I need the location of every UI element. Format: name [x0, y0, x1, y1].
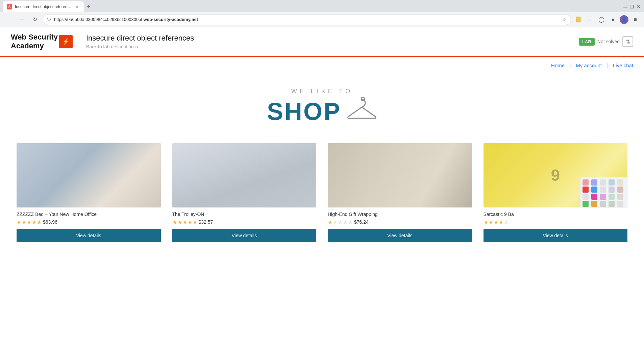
new-tab-button[interactable]: + — [84, 2, 93, 11]
menu-icon[interactable]: ≡ — [630, 15, 640, 24]
header-left: Web Security Academy ⚡ Insecure direct o… — [11, 33, 194, 51]
product-rating: ★★★★★ $76.24 — [328, 219, 472, 225]
minimize-button[interactable]: — — [622, 4, 628, 9]
lab-title: Insecure direct object references — [86, 34, 194, 43]
product-image: 9 — [484, 143, 628, 207]
popup-overlay — [580, 177, 627, 207]
star-icon: ★ — [37, 219, 42, 225]
active-tab[interactable]: S Insecure direct object references × — [3, 1, 84, 12]
stars: ★★★★★ — [328, 219, 353, 225]
flask-icon[interactable]: ⚗ — [622, 36, 633, 47]
reload-button[interactable]: ↻ — [30, 15, 40, 25]
home-link[interactable]: Home — [551, 63, 565, 68]
address-bar[interactable]: 🛡 https://0a6500af0300984cc0293bc1000800… — [43, 14, 571, 25]
lab-status: LAB Not solved ⚗ — [579, 36, 633, 47]
star-icon: ★ — [32, 219, 36, 225]
view-details-button[interactable]: View details — [172, 229, 317, 242]
star-icon: ★ — [27, 219, 31, 225]
product-price: $76.24 — [354, 219, 369, 225]
account-icon[interactable]: ◯ — [597, 15, 606, 24]
lab-badge: LAB — [579, 38, 595, 46]
back-button[interactable]: ← — [4, 15, 14, 25]
shop-hero: WE LIKE TO SHOP — [0, 74, 644, 138]
star-icon: ★ — [328, 219, 332, 225]
profile-icon[interactable]: 👤 — [620, 15, 628, 24]
products-grid: ZZZZZZ Bed – Your New Home Office ★★★★★ … — [0, 138, 644, 248]
hero-title: SHOP — [0, 96, 644, 127]
product-price: $32.57 — [199, 219, 213, 225]
product-image — [172, 143, 317, 207]
star-icon: ★ — [182, 219, 187, 225]
not-solved-label: Not solved — [597, 39, 620, 44]
star-icon: ★ — [17, 219, 21, 225]
product-card: ZZZZZZ Bed – Your New Home Office ★★★★★ … — [11, 138, 167, 248]
toolbar-icons: 📒 ↓ ◯ ● 👤 ≡ — [574, 15, 640, 24]
product-title: ZZZZZZ Bed – Your New Home Office — [17, 212, 161, 217]
product-card: 9 Sarcastic 9 Ba ★★★★★ View details — [478, 138, 634, 248]
nav-separator-2: | — [606, 63, 608, 68]
page-header: Web Security Academy ⚡ Insecure direct o… — [0, 27, 644, 57]
stars: ★★★★★ — [172, 219, 197, 225]
product-price: $63.96 — [43, 219, 57, 225]
star-icon: ★ — [172, 219, 177, 225]
back-to-description-link[interactable]: Back to lab description ›› — [86, 44, 194, 49]
forward-button[interactable]: → — [17, 15, 27, 25]
hanger-icon — [347, 96, 377, 127]
url-display: https://0a6500af0300984cc0293bc1000800bf… — [54, 17, 560, 22]
chevron-right-icon: ›› — [135, 44, 138, 49]
download-icon[interactable]: ↓ — [585, 15, 595, 24]
live-chat-link[interactable]: Live chat — [613, 63, 633, 68]
view-details-button[interactable]: View details — [328, 229, 472, 242]
product-image — [328, 143, 472, 207]
view-details-button[interactable]: View details — [17, 229, 161, 242]
security-shield-icon: 🛡 — [47, 17, 51, 22]
window-controls: — ❐ ✕ — [622, 4, 641, 9]
product-title: Sarcastic 9 Ba — [484, 212, 628, 217]
shop-navigation: Home | My account | Live chat — [0, 57, 644, 74]
product-card: High-End Gift Wrapping ★★★★★ $76.24 View… — [322, 138, 478, 248]
logo-icon: ⚡ — [59, 35, 73, 48]
star-icon: ★ — [333, 219, 338, 225]
svg-point-0 — [361, 97, 365, 101]
star-icon: ★ — [484, 219, 488, 225]
logo-text: Web Security Academy — [11, 33, 58, 51]
bookmark-star-icon[interactable]: ☆ — [562, 17, 567, 22]
product-title: The Trolley-ON — [172, 212, 317, 217]
pocket-icon[interactable]: 📒 — [574, 15, 583, 24]
product-rating: ★★★★★ — [484, 219, 628, 225]
view-details-button[interactable]: View details — [484, 229, 628, 242]
product-image — [17, 143, 161, 207]
product-card: The Trolley-ON ★★★★★ $32.57 View details — [167, 138, 322, 248]
product-rating: ★★★★★ $63.96 — [17, 219, 161, 225]
product-title: High-End Gift Wrapping — [328, 212, 472, 217]
my-account-link[interactable]: My account — [576, 63, 602, 68]
product-rating: ★★★★★ $32.57 — [172, 219, 317, 225]
tab-favicon: S — [7, 4, 12, 9]
extension-icon[interactable]: ● — [608, 15, 618, 24]
star-icon: ★ — [22, 219, 26, 225]
star-icon: ★ — [343, 219, 348, 225]
star-icon: ★ — [348, 219, 353, 225]
hero-subtitle: WE LIKE TO — [0, 88, 644, 95]
stars: ★★★★★ — [17, 219, 42, 225]
nav-bar: ← → ↻ 🛡 https://0a6500af0300984cc0293bc1… — [0, 12, 644, 27]
star-icon: ★ — [504, 219, 509, 225]
star-icon: ★ — [494, 219, 498, 225]
maximize-button[interactable]: ❐ — [629, 4, 635, 9]
close-window-button[interactable]: ✕ — [636, 4, 641, 9]
star-icon: ★ — [188, 219, 192, 225]
lab-info: Insecure direct object references Back t… — [86, 34, 194, 49]
star-icon: ★ — [499, 219, 503, 225]
logo[interactable]: Web Security Academy ⚡ — [11, 33, 73, 51]
star-icon: ★ — [193, 219, 197, 225]
star-icon: ★ — [489, 219, 493, 225]
nav-separator-1: | — [570, 63, 571, 68]
stars: ★★★★★ — [484, 219, 509, 225]
tab-bar: S Insecure direct object references × + … — [0, 0, 644, 12]
tab-close-button[interactable]: × — [74, 4, 80, 9]
tab-title: Insecure direct object references — [15, 4, 72, 9]
star-icon: ★ — [177, 219, 182, 225]
star-icon: ★ — [338, 219, 343, 225]
